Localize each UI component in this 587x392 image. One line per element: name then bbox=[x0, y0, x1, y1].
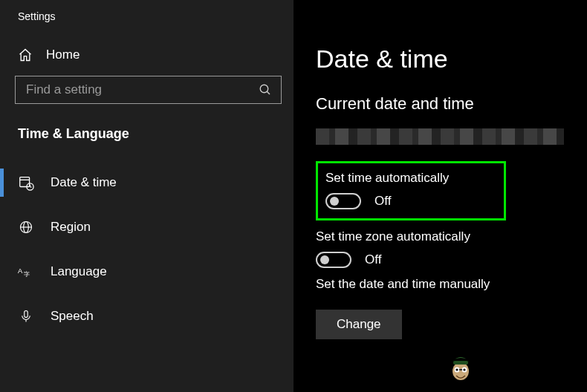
set-time-auto-row: Off bbox=[325, 193, 496, 209]
svg-point-19 bbox=[463, 368, 465, 370]
sidebar-item-label: Date & time bbox=[51, 175, 117, 190]
sidebar-item-region[interactable]: Region bbox=[0, 209, 294, 246]
set-time-auto-state: Off bbox=[374, 194, 391, 209]
home-icon bbox=[18, 48, 33, 62]
svg-rect-15 bbox=[453, 361, 468, 365]
search-box[interactable] bbox=[15, 76, 282, 104]
sidebar-item-speech[interactable]: Speech bbox=[0, 298, 294, 335]
window-title: Settings bbox=[0, 7, 294, 28]
language-icon: A 字 bbox=[18, 264, 34, 280]
section-current-title: Current date and time bbox=[316, 94, 571, 114]
search-icon bbox=[259, 83, 272, 97]
set-manual-group: Set the date and time manually Change bbox=[316, 277, 571, 339]
current-datetime-value bbox=[316, 128, 564, 145]
main-content: Date & time Current date and time Set ti… bbox=[294, 0, 587, 392]
svg-text:字: 字 bbox=[24, 270, 30, 278]
svg-line-6 bbox=[30, 187, 32, 188]
set-tz-auto-row: Off bbox=[316, 252, 571, 268]
svg-line-1 bbox=[267, 91, 270, 94]
page-title: Date & time bbox=[316, 45, 571, 74]
change-button[interactable]: Change bbox=[316, 310, 402, 339]
sidebar-item-language[interactable]: A 字 Language bbox=[0, 253, 294, 290]
sidebar-item-label: Language bbox=[51, 264, 107, 279]
search-input[interactable] bbox=[26, 82, 249, 97]
svg-point-0 bbox=[260, 85, 268, 93]
set-tz-auto-toggle[interactable] bbox=[316, 252, 351, 268]
set-tz-auto-group: Set time zone automatically Off bbox=[316, 229, 571, 268]
svg-point-18 bbox=[455, 368, 458, 370]
highlight-annotation: Set time automatically Off bbox=[316, 161, 506, 220]
set-tz-auto-label: Set time zone automatically bbox=[316, 229, 571, 244]
home-button[interactable]: Home bbox=[0, 28, 294, 76]
sidebar-item-label: Speech bbox=[51, 309, 94, 324]
sidebar-item-date-time[interactable]: Date & time bbox=[0, 164, 294, 201]
sidebar: Settings Home Time & Language Date & bbox=[0, 0, 294, 392]
svg-rect-2 bbox=[20, 177, 30, 187]
category-title: Time & Language bbox=[0, 104, 294, 157]
sidebar-item-label: Region bbox=[51, 220, 91, 235]
svg-rect-12 bbox=[25, 311, 28, 318]
set-time-auto-label: Set time automatically bbox=[325, 171, 496, 186]
set-manual-label: Set the date and time manually bbox=[316, 277, 571, 292]
calendar-clock-icon bbox=[18, 174, 34, 191]
set-tz-auto-state: Off bbox=[365, 252, 381, 267]
mic-icon bbox=[18, 308, 34, 324]
mascot-icon bbox=[446, 349, 476, 382]
svg-rect-20 bbox=[459, 369, 462, 370]
search-container bbox=[0, 76, 294, 104]
svg-text:A: A bbox=[18, 267, 23, 275]
globe-icon bbox=[18, 219, 34, 235]
home-label: Home bbox=[46, 48, 80, 62]
set-time-auto-toggle[interactable] bbox=[325, 193, 361, 209]
